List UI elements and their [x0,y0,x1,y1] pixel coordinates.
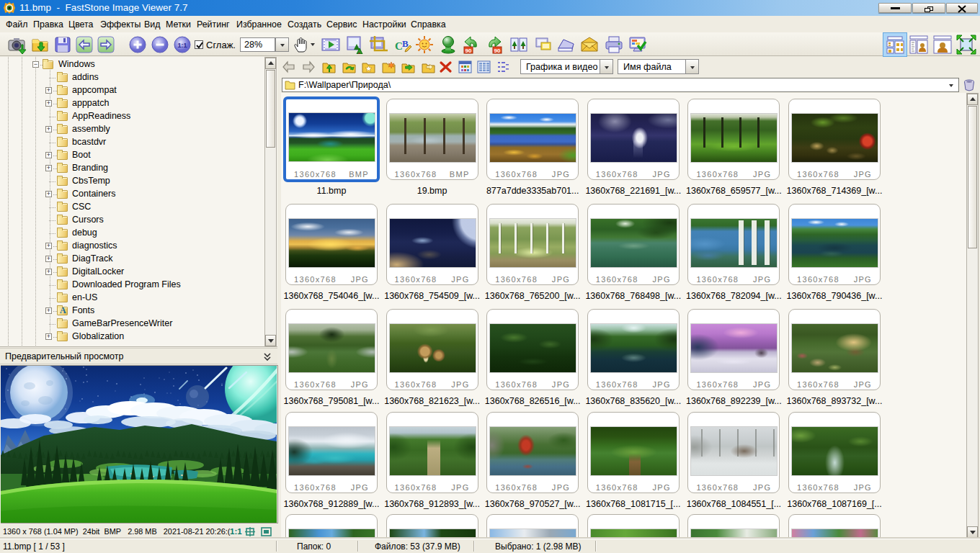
svg-text:90: 90 [494,48,501,54]
svg-text:90: 90 [466,48,472,54]
svg-text:1:1: 1:1 [177,42,187,49]
